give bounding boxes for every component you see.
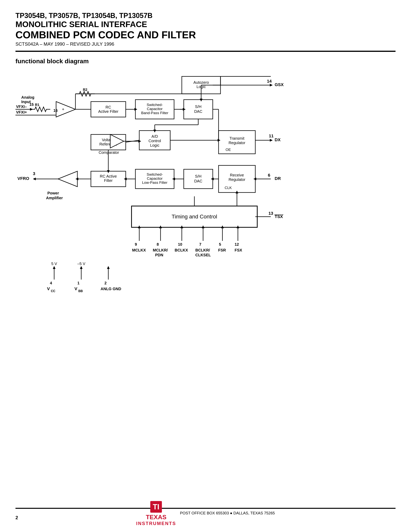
svg-marker-82 [33, 178, 36, 180]
svg-text:Control: Control [149, 139, 161, 143]
svg-text:+: + [62, 107, 65, 112]
svg-marker-153 [107, 266, 110, 269]
svg-text:3: 3 [33, 171, 35, 176]
diagram-svg: Autozero Logic RC Active Filter Switched… [16, 71, 398, 380]
svg-text:RC: RC [106, 105, 111, 109]
ti-logo: TI TEXAS INSTRUMENTS [136, 500, 176, 526]
svg-marker-42 [58, 171, 77, 187]
svg-text:Receive: Receive [230, 173, 244, 177]
section-title: functional block diagram [16, 58, 395, 65]
svg-text:Capacitor: Capacitor [147, 107, 163, 111]
svg-text:OE: OE [225, 148, 231, 152]
svg-text:V: V [75, 286, 77, 291]
svg-text:Switched-: Switched- [147, 172, 163, 176]
svg-text:ANLG GND: ANLG GND [101, 287, 121, 291]
svg-marker-147 [80, 266, 83, 269]
svg-text:Regulator: Regulator [229, 141, 245, 145]
svg-text:5 V: 5 V [51, 262, 57, 266]
svg-text:VFRO: VFRO [17, 176, 29, 181]
svg-text:BCLKX: BCLKX [175, 248, 188, 252]
svg-marker-40 [56, 102, 75, 117]
svg-text:CLKSEL: CLKSEL [195, 253, 211, 257]
ti-name: TEXAS [146, 514, 167, 521]
svg-text:FSR: FSR [218, 248, 226, 252]
svg-text:TI: TI [153, 503, 159, 511]
svg-text:Active Filter: Active Filter [98, 109, 119, 114]
footer-address: POST OFFICE BOX 655303 ● DALLAS, TEXAS 7… [180, 511, 275, 515]
svg-marker-141 [53, 266, 56, 269]
svg-text:DX: DX [275, 137, 281, 142]
svg-text:DAC: DAC [194, 179, 202, 183]
svg-text:R2: R2 [83, 88, 87, 92]
header: TP3054B, TP3057B, TP13054B, TP13057B MON… [16, 12, 395, 47]
svg-text:FSX: FSX [235, 248, 242, 252]
svg-text:4: 4 [50, 281, 52, 285]
svg-text:Filter: Filter [104, 178, 113, 183]
svg-text:Low-Pass Filter: Low-Pass Filter [142, 180, 168, 185]
svg-text:CC: CC [51, 289, 56, 293]
svg-text:16: 16 [53, 108, 58, 113]
svg-text:9: 9 [135, 242, 137, 247]
svg-text:MCLKX: MCLKX [132, 248, 146, 252]
svg-text:PDN: PDN [155, 253, 163, 257]
svg-text:VFXI–: VFXI– [16, 104, 27, 109]
svg-text:GSX: GSX [275, 82, 284, 87]
svg-text:Comparator: Comparator [99, 150, 119, 155]
svg-text:5: 5 [219, 242, 221, 247]
svg-text:BCLKR/: BCLKR/ [195, 248, 210, 252]
svg-text:2: 2 [104, 281, 107, 285]
svg-text:6: 6 [268, 173, 270, 178]
svg-text:DAC: DAC [194, 109, 202, 114]
svg-marker-57 [270, 84, 273, 86]
svg-text:R1: R1 [35, 103, 39, 107]
svg-text:12: 12 [235, 242, 239, 247]
svg-text:CLK: CLK [225, 186, 232, 190]
svg-text:S/H: S/H [195, 104, 201, 109]
svg-text:Transmit: Transmit [229, 136, 244, 141]
svg-marker-123 [30, 108, 33, 111]
diagram-area: Autozero Logic RC Active Filter Switched… [16, 71, 398, 380]
header-line3: COMBINED PCM CODEC AND FILTER [16, 29, 395, 41]
svg-text:MCLKR/: MCLKR/ [153, 248, 168, 252]
svg-text:Timing and Control: Timing and Control [172, 214, 217, 219]
ti-logo-icon: TI [149, 500, 163, 514]
svg-text:Power: Power [47, 191, 59, 195]
svg-text:1: 1 [77, 281, 79, 285]
svg-text:10: 10 [178, 242, 182, 247]
header-divider [16, 51, 395, 52]
svg-text:13: 13 [269, 211, 273, 216]
svg-text:Analog: Analog [21, 95, 34, 99]
svg-text:8: 8 [157, 242, 159, 247]
svg-text:VFXI+: VFXI+ [16, 110, 27, 114]
header-subtitle: SCTS042A – MAY 1990 – REVISED JULY 1996 [16, 41, 395, 47]
page: TP3054B, TP3057B, TP13054B, TP13057B MON… [0, 0, 411, 532]
footer-content: TI TEXAS INSTRUMENTS POST OFFICE BOX 655… [16, 500, 395, 526]
svg-text:Regulator: Regulator [229, 177, 245, 182]
svg-text:BB: BB [78, 289, 83, 293]
svg-text:14: 14 [267, 79, 272, 84]
svg-text:Amplifier: Amplifier [46, 196, 63, 200]
svg-text:Logic: Logic [150, 143, 159, 147]
svg-text:RC Active: RC Active [100, 174, 117, 178]
svg-text:11: 11 [269, 133, 273, 138]
header-line2: MONOLITHIC SERIAL INTERFACE [16, 20, 395, 29]
svg-text:Band-Pass Filter: Band-Pass Filter [141, 111, 168, 115]
svg-text:Input: Input [21, 100, 31, 104]
svg-text:V: V [47, 286, 50, 291]
svg-text:A/D: A/D [151, 134, 158, 139]
svg-text:–5 V: –5 V [77, 262, 85, 266]
header-line1: TP3054B, TP3057B, TP13054B, TP13057B [16, 12, 395, 20]
ti-sub: INSTRUMENTS [136, 521, 176, 526]
svg-marker-53 [270, 139, 273, 142]
svg-text:Switched-: Switched- [147, 103, 163, 107]
svg-text:Capacitor: Capacitor [147, 176, 163, 180]
svg-text:Autozero: Autozero [193, 80, 209, 85]
svg-text:7: 7 [199, 242, 201, 247]
svg-text:S/H: S/H [195, 174, 201, 178]
svg-text:DR: DR [275, 176, 281, 181]
